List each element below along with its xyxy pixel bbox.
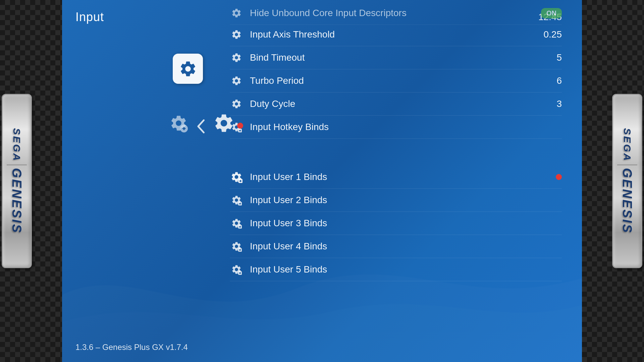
gear-icon-hide-unbound [230,6,243,20]
genesis-text-left: GENESIS [10,168,23,234]
gear-icon-user4 [230,240,243,253]
hotkey-binds-label: Input Hotkey Binds [250,122,562,132]
gear-icon-user3 [230,217,243,230]
menu-item-bind-timeout[interactable]: Bind Timeout 5 [230,46,562,69]
user5-binds-label: Input User 5 Binds [250,264,562,275]
nav-gear-icon [169,114,188,134]
main-area: Input 12:45 [62,0,582,362]
menu-item-user1-binds[interactable]: Input User 1 Binds [230,166,562,189]
sega-text-left: SEGA [12,128,22,162]
menu-item-user4-binds[interactable]: Input User 4 Binds [230,235,562,258]
gear-icon-turbo [230,74,243,87]
duty-cycle-value: 3 [556,99,562,109]
bind-timeout-value: 5 [556,52,562,63]
gear-icon-user5 [230,263,243,276]
genesis-text-right: GENESIS [621,168,634,234]
nav-spacer [230,139,562,166]
menu-item-user5-binds[interactable]: Input User 5 Binds [230,258,562,281]
turbo-period-label: Turbo Period [250,75,550,86]
nav-area [169,112,243,135]
bind-timeout-label: Bind Timeout [250,52,550,63]
gear-icon-duty [230,97,243,111]
settings-icon-large [173,54,203,84]
menu-item-user3-binds[interactable]: Input User 3 Binds [230,212,562,235]
menu-container: Hide Unbound Core Input Descriptors ON I… [230,0,562,281]
menu-item-hide-unbound[interactable]: Hide Unbound Core Input Descriptors ON [230,2,562,25]
gear-icon-user1 [230,170,243,184]
axis-threshold-value: 0.25 [544,29,562,40]
red-dot-nav [237,123,243,129]
user3-binds-label: Input User 3 Binds [250,218,562,229]
menu-item-input-axis-threshold[interactable]: Input Axis Threshold 0.25 [230,23,562,46]
gear-icon-bind [230,51,243,64]
sega-logo-right: SEGA GENESIS [607,80,644,282]
sega-text-right: SEGA [622,128,632,162]
user4-binds-label: Input User 4 Binds [250,241,562,252]
section-title-area: Input [75,10,104,24]
back-arrow-icon[interactable] [195,118,206,130]
side-panel-left: SEGA GENESIS [0,0,62,362]
menu-item-turbo-period[interactable]: Turbo Period 6 [230,69,562,93]
turbo-period-value: 6 [556,75,562,86]
gear-icon-user2 [230,193,243,207]
gear-icon-axis [230,28,243,41]
highlighted-gear-icon [213,112,235,135]
menu-item-user2-binds[interactable]: Input User 2 Binds [230,189,562,212]
hide-unbound-label: Hide Unbound Core Input Descriptors [250,8,541,18]
sega-logo-left: SEGA GENESIS [0,80,37,282]
user1-red-dot [556,174,562,180]
user1-binds-label: Input User 1 Binds [250,172,552,182]
hide-unbound-toggle[interactable]: ON [541,8,562,18]
version-text: 1.3.6 – Genesis Plus GX v1.7.4 [75,343,188,352]
user2-binds-label: Input User 2 Binds [250,195,562,205]
menu-item-duty-cycle[interactable]: Duty Cycle 3 [230,93,562,116]
side-panel-right: SEGA GENESIS [582,0,644,362]
axis-threshold-label: Input Axis Threshold [250,29,537,40]
duty-cycle-label: Duty Cycle [250,99,550,109]
section-title: Input [75,10,104,24]
menu-item-hotkey-binds[interactable]: Input Hotkey Binds [230,116,562,139]
